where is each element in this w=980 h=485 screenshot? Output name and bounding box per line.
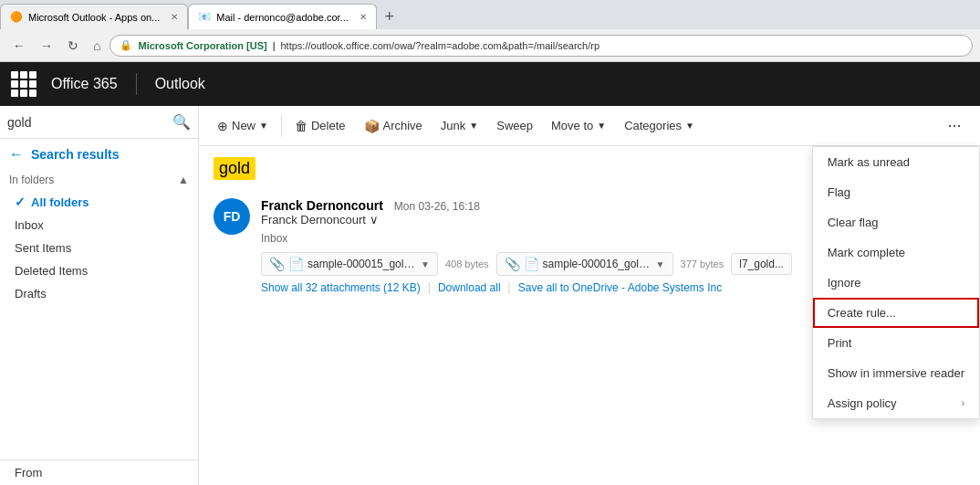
folder-all-label: All folders — [31, 195, 183, 209]
address-bar[interactable]: 🔒 Microsoft Corporation [US] | https://o… — [109, 35, 973, 57]
folders-scroll-up[interactable]: ▲ — [178, 174, 189, 186]
menu-item-clear-flag[interactable]: Clear flag — [813, 207, 979, 237]
new-icon: ⊕ — [217, 119, 228, 133]
search-box: 🔍 — [0, 106, 198, 139]
moveto-label: Move to — [551, 119, 593, 132]
menu-item-ignore[interactable]: Ignore — [813, 268, 979, 298]
attachment-1-icon: 📎 — [269, 257, 285, 271]
menu-item-mark-complete[interactable]: Mark complete — [813, 237, 979, 268]
tab-2-label: Mail - dernonco@adobe.cor... — [216, 12, 348, 23]
menu-item-create-rule[interactable]: Create rule... — [813, 298, 979, 328]
categories-button[interactable]: Categories ▼ — [617, 114, 702, 137]
corp-label: Microsoft Corporation [US] — [138, 40, 266, 51]
more-icon: ··· — [947, 116, 961, 135]
home-button[interactable]: ⌂ — [88, 35, 106, 57]
sidebar: 🔍 ← Search results In folders ▲ ✓ All fo… — [0, 106, 199, 485]
menu-item-show-immersive[interactable]: Show in immersive reader — [813, 358, 979, 388]
show-all-link[interactable]: Show all 32 attachments (12 KB) — [261, 281, 421, 294]
moveto-chevron-icon: ▼ — [597, 121, 606, 131]
attachment-1-size: 408 bytes — [445, 258, 489, 269]
outlook-label: Outlook — [155, 76, 205, 92]
menu-item-flag[interactable]: Flag — [813, 177, 979, 207]
search-results-label: Search results — [31, 147, 120, 162]
categories-chevron-icon: ▼ — [685, 121, 694, 131]
menu-create-rule-label: Create rule... — [828, 306, 896, 320]
attachment-2-icon: 📎 — [505, 257, 520, 271]
attachment-3-name: l7_gold... — [739, 258, 784, 270]
sweep-label: Sweep — [496, 119, 533, 132]
dropdown-menu: Mark as unread Flag Clear flag Mark comp… — [812, 146, 980, 419]
attachment-1-doc-icon: 📄 — [288, 257, 304, 271]
download-all-label: Download all — [438, 281, 501, 294]
new-label: New — [232, 119, 255, 132]
download-all-link[interactable]: Download all — [438, 281, 501, 294]
tab-2-close[interactable]: ✕ — [360, 12, 367, 22]
lock-icon: 🔒 — [120, 39, 132, 51]
menu-clear-flag-label: Clear flag — [828, 216, 879, 229]
folder-all-folders[interactable]: ✓ All folders — [0, 190, 198, 214]
junk-label: Junk — [441, 119, 465, 132]
junk-button[interactable]: Junk ▼ — [433, 114, 485, 137]
folders-header: In folders ▲ — [0, 170, 198, 190]
office-label: Office 365 — [51, 76, 118, 92]
menu-show-immersive-label: Show in immersive reader — [828, 366, 964, 380]
more-button[interactable]: ··· — [940, 111, 969, 141]
back-button[interactable]: ← — [7, 35, 31, 57]
tab-1[interactable]: 🟠 Microsoft Outlook - Apps on... ✕ — [0, 4, 188, 29]
folder-drafts-label: Drafts — [15, 287, 183, 300]
nav-bar: ← → ↻ ⌂ 🔒 Microsoft Corporation [US] | h… — [0, 29, 980, 62]
attachment-2-doc-icon: 📄 — [524, 257, 539, 271]
search-results-header[interactable]: ← Search results — [0, 139, 198, 170]
new-tab-button[interactable]: + — [377, 4, 402, 29]
refresh-button[interactable]: ↻ — [62, 35, 84, 57]
folder-inbox-label: Inbox — [15, 218, 183, 232]
save-all-label: Save all to OneDrive - Adobe Systems Inc — [518, 281, 722, 294]
avatar-initials: FD — [224, 209, 241, 224]
menu-item-print[interactable]: Print — [813, 328, 979, 358]
from-label: From — [15, 466, 42, 480]
menu-item-mark-unread[interactable]: Mark as unread — [813, 147, 979, 177]
tab-1-favicon: 🟠 — [10, 11, 23, 23]
tab-1-close[interactable]: ✕ — [171, 12, 178, 22]
expand-icon[interactable]: ∨ — [370, 213, 379, 227]
attachment-1[interactable]: 📎 📄 sample-000015_gold.... ▼ — [261, 252, 438, 276]
search-icon[interactable]: 🔍 — [172, 113, 191, 131]
search-term-highlight: gold — [214, 157, 255, 180]
moveto-button[interactable]: Move to ▼ — [544, 114, 613, 137]
menu-flag-label: Flag — [828, 185, 850, 199]
main-layout: 🔍 ← Search results In folders ▲ ✓ All fo… — [0, 106, 980, 485]
tab-2-favicon: 📧 — [198, 11, 211, 23]
folder-inbox[interactable]: Inbox — [0, 214, 198, 237]
waffle-menu-icon[interactable] — [11, 71, 36, 97]
archive-button[interactable]: 📦 Archive — [357, 114, 430, 138]
check-icon: ✓ — [15, 195, 26, 209]
delete-icon: 🗑 — [295, 119, 308, 133]
folder-sent[interactable]: Sent Items — [0, 237, 198, 259]
save-all-link[interactable]: Save all to OneDrive - Adobe Systems Inc — [518, 281, 722, 294]
menu-mark-unread-label: Mark as unread — [828, 155, 910, 169]
folder-sent-label: Sent Items — [15, 241, 183, 255]
delete-button[interactable]: 🗑 Delete — [287, 114, 353, 138]
tab-1-label: Microsoft Outlook - Apps on... — [28, 12, 160, 23]
folder-deleted[interactable]: Deleted Items — [0, 259, 198, 282]
back-arrow-icon: ← — [9, 146, 24, 163]
tab-2[interactable]: 📧 Mail - dernonco@adobe.cor... ✕ — [188, 4, 376, 29]
attachment-3[interactable]: l7_gold... — [731, 253, 792, 275]
forward-button[interactable]: → — [35, 35, 58, 57]
attachment-2-chevron[interactable]: ▼ — [656, 259, 665, 269]
email-date: Mon 03-26, 16:18 — [394, 200, 480, 213]
new-button[interactable]: ⊕ New ▼ — [210, 114, 276, 138]
attachment-1-chevron[interactable]: ▼ — [421, 259, 430, 269]
dropdown-overlay: Mark as unread Flag Clear flag Mark comp… — [812, 146, 980, 419]
menu-ignore-label: Ignore — [828, 276, 861, 290]
sweep-button[interactable]: Sweep — [489, 114, 540, 137]
folders-label: In folders — [9, 174, 54, 186]
folder-deleted-label: Deleted Items — [15, 264, 183, 278]
folder-drafts[interactable]: Drafts — [0, 282, 198, 305]
menu-item-assign-policy[interactable]: Assign policy › — [813, 388, 979, 418]
sidebar-from[interactable]: From — [0, 459, 198, 485]
search-input[interactable] — [7, 115, 167, 130]
tab-bar: 🟠 Microsoft Outlook - Apps on... ✕ 📧 Mai… — [0, 0, 980, 29]
browser-chrome: 🟠 Microsoft Outlook - Apps on... ✕ 📧 Mai… — [0, 0, 980, 62]
attachment-2[interactable]: 📎 📄 sample-000016_gold... ▼ — [496, 252, 673, 276]
